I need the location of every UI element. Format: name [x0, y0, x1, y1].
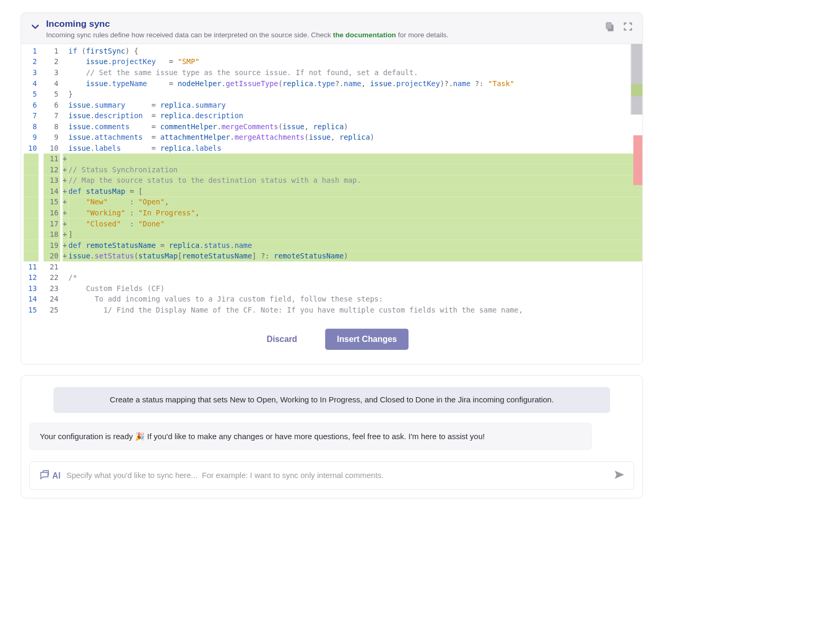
expand-icon [623, 21, 634, 32]
doc-link[interactable]: the documentation [333, 32, 396, 39]
insert-changes-button[interactable]: Insert Changes [326, 329, 408, 350]
panel-subtitle: Incoming sync rules define how received … [46, 32, 604, 40]
code-editor[interactable]: 12345678910 1112131415 12345678910111213… [21, 44, 642, 317]
minimap-scrollbar[interactable] [631, 44, 643, 115]
send-icon [614, 470, 625, 481]
svg-rect-1 [606, 23, 611, 29]
diff-marker-gutter: ++++++++++ [62, 44, 68, 317]
chat-input[interactable] [66, 471, 608, 480]
discard-button[interactable]: Discard [255, 329, 309, 350]
collapse-toggle[interactable] [30, 22, 40, 34]
ai-message: Your configuration is ready 🎉 If you'd l… [29, 423, 592, 450]
chat-input-row: AI [29, 462, 634, 490]
panel-title: Incoming sync [46, 19, 604, 30]
chevron-down-icon [30, 22, 40, 32]
copy-button[interactable] [604, 21, 615, 34]
ai-chat-panel: Create a status mapping that sets New to… [21, 375, 643, 498]
old-line-gutter: 12345678910 1112131415 [21, 44, 41, 317]
fullscreen-button[interactable] [623, 21, 634, 34]
diff-overview-removed [633, 136, 642, 185]
new-line-gutter: 1234567891011121314151617181920212223242… [41, 44, 62, 317]
copy-icon [604, 21, 615, 32]
subtitle-post: for more details. [396, 32, 448, 39]
send-button[interactable] [614, 470, 625, 482]
code-content[interactable]: if (firstSync) { issue.projectKey = "SMP… [68, 44, 642, 317]
subtitle-pre: Incoming sync rules define how received … [46, 32, 333, 39]
user-message: Create a status mapping that sets New to… [54, 387, 610, 413]
incoming-sync-panel: Incoming sync Incoming sync rules define… [21, 13, 643, 365]
ai-badge: AI [39, 470, 60, 481]
chat-icon [39, 470, 50, 481]
